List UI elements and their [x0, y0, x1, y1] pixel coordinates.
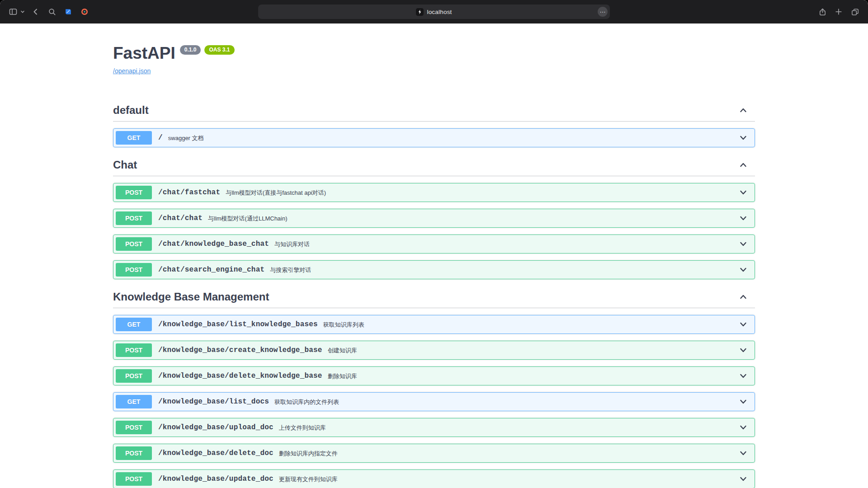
sidebar-toggle-button[interactable] [6, 5, 20, 19]
share-button[interactable] [816, 5, 829, 19]
section-header[interactable]: default [113, 99, 755, 122]
operation-path: /knowledge_base/create_knowledge_base [158, 346, 322, 354]
operation-row[interactable]: GET / swagger 文档 [113, 128, 755, 147]
chevron-up-icon[interactable] [739, 160, 748, 169]
back-button[interactable] [29, 5, 42, 19]
operation-summary[interactable]: POST /chat/chat 与llm模型对话(通过LLMChain) [113, 209, 755, 227]
api-info: FastAPI 0.1.0 OAS 3.1 /openapi.json [113, 44, 755, 75]
chevron-down-icon[interactable] [739, 449, 752, 458]
operation-description: 删除知识库 [328, 372, 357, 380]
operation-row[interactable]: POST /chat/search_engine_chat 与搜索引擎对话 [113, 260, 755, 279]
operation-summary[interactable]: GET /knowledge_base/list_knowledge_bases… [113, 315, 755, 333]
operation-row[interactable]: GET /knowledge_base/list_knowledge_bases… [113, 315, 755, 334]
operation-row[interactable]: POST /knowledge_base/delete_doc 删除知识库内指定… [113, 444, 755, 463]
section-operations: POST /chat/fastchat 与llm模型对话(直接与fastchat… [113, 176, 755, 279]
chevron-down-icon[interactable] [739, 214, 752, 223]
operation-description: 获取知识库内的文件列表 [274, 398, 339, 406]
page-menu-button[interactable]: ⋯ [598, 7, 608, 17]
operation-row[interactable]: POST /chat/chat 与llm模型对话(通过LLMChain) [113, 209, 755, 228]
chevron-down-icon[interactable] [739, 265, 752, 274]
operation-description: 删除知识库内指定文件 [279, 450, 338, 458]
section-title: Chat [113, 159, 137, 171]
chevron-left-icon [31, 7, 40, 16]
operation-path: /knowledge_base/delete_doc [158, 449, 274, 457]
method-badge: POST [116, 263, 152, 277]
method-badge: POST [116, 369, 152, 383]
operation-summary[interactable]: GET / swagger 文档 [113, 129, 755, 147]
operation-summary[interactable]: POST /knowledge_base/delete_knowledge_ba… [113, 367, 755, 385]
tab-overview-button[interactable] [848, 5, 862, 19]
operation-description: swagger 文档 [168, 134, 204, 142]
chevron-down-icon[interactable] [739, 133, 752, 142]
operation-description: 与llm模型对话(直接与fastchat api对话) [226, 189, 326, 197]
chevron-up-icon[interactable] [739, 292, 748, 301]
extension-orange-button[interactable] [78, 5, 91, 19]
chevron-down-icon[interactable] [739, 188, 752, 197]
operation-path: /chat/fastchat [158, 188, 220, 197]
method-badge: POST [116, 211, 152, 225]
operation-row[interactable]: POST /knowledge_base/upload_doc 上传文件到知识库 [113, 418, 755, 437]
operation-summary[interactable]: POST /chat/knowledge_base_chat 与知识库对话 [113, 235, 755, 253]
section-operations: GET /knowledge_base/list_knowledge_bases… [113, 308, 755, 488]
address-bar[interactable]: localhost ⋯ [258, 5, 610, 19]
operation-summary[interactable]: POST /chat/search_engine_chat 与搜索引擎对话 [113, 261, 755, 279]
operation-summary[interactable]: POST /knowledge_base/update_doc 更新现有文件到知… [113, 470, 755, 488]
method-badge: GET [116, 131, 152, 145]
chevron-down-icon[interactable] [739, 474, 752, 483]
method-badge: GET [116, 395, 152, 408]
chevron-up-icon[interactable] [739, 106, 748, 115]
chevron-down-icon[interactable] [739, 346, 752, 355]
chevron-down-icon[interactable] [739, 320, 752, 329]
operation-description: 与搜索引擎对话 [270, 266, 311, 274]
operation-path: /chat/knowledge_base_chat [158, 240, 269, 248]
swagger-page: FastAPI 0.1.0 OAS 3.1 /openapi.json defa… [0, 23, 868, 488]
operation-row[interactable]: POST /knowledge_base/create_knowledge_ba… [113, 341, 755, 360]
chevron-down-icon[interactable] [739, 423, 752, 432]
operation-summary[interactable]: POST /chat/fastchat 与llm模型对话(直接与fastchat… [113, 183, 755, 202]
section-header[interactable]: Knowledge Base Management [113, 286, 755, 308]
operation-summary[interactable]: GET /knowledge_base/list_docs 获取知识库内的文件列… [113, 393, 755, 411]
operation-summary[interactable]: POST /knowledge_base/delete_doc 删除知识库内指定… [113, 444, 755, 462]
api-section: Knowledge Base Management GET /knowledge… [113, 286, 755, 488]
api-title-text: FastAPI [113, 44, 175, 63]
operation-path: /chat/search_engine_chat [158, 266, 264, 274]
section-header[interactable]: Chat [113, 154, 755, 176]
new-tab-button[interactable] [832, 5, 845, 19]
browser-window: localhost ⋯ [0, 0, 868, 488]
method-badge: POST [116, 446, 152, 460]
site-favicon-icon [416, 8, 424, 16]
operation-row[interactable]: GET /knowledge_base/list_docs 获取知识库内的文件列… [113, 392, 755, 411]
operation-description: 创建知识库 [328, 347, 357, 355]
search-button[interactable] [45, 5, 59, 19]
operation-summary[interactable]: POST /knowledge_base/create_knowledge_ba… [113, 341, 755, 359]
operation-row[interactable]: POST /chat/knowledge_base_chat 与知识库对话 [113, 235, 755, 253]
method-badge: GET [116, 318, 152, 331]
operation-path: /knowledge_base/list_knowledge_bases [158, 320, 318, 328]
chevron-down-icon[interactable] [739, 397, 752, 406]
search-icon [48, 8, 57, 16]
content-wrapper: FastAPI 0.1.0 OAS 3.1 /openapi.json defa… [104, 44, 764, 488]
api-section: default GET / swagger 文档 [113, 99, 755, 147]
chevron-down-icon[interactable] [739, 371, 752, 380]
browser-toolbar: localhost ⋯ [0, 0, 868, 23]
operation-row[interactable]: POST /knowledge_base/update_doc 更新现有文件到知… [113, 469, 755, 488]
section-title: default [113, 104, 149, 117]
method-badge: POST [116, 237, 152, 251]
chevron-down-icon[interactable] [739, 239, 752, 249]
operation-row[interactable]: POST /knowledge_base/delete_knowledge_ba… [113, 366, 755, 385]
version-badge: 0.1.0 [180, 45, 201, 55]
method-badge: POST [116, 343, 152, 357]
operation-summary[interactable]: POST /knowledge_base/upload_doc 上传文件到知识库 [113, 418, 755, 436]
extension-blue-button[interactable] [61, 5, 75, 19]
sidebar-menu-chevron-button[interactable] [19, 5, 26, 19]
section-title: Knowledge Base Management [113, 291, 269, 303]
operation-description: 与llm模型对话(通过LLMChain) [208, 215, 288, 223]
operation-row[interactable]: POST /chat/fastchat 与llm模型对话(直接与fastchat… [113, 183, 755, 202]
ellipsis-icon: ⋯ [600, 9, 606, 15]
operation-path: /knowledge_base/list_docs [158, 398, 269, 406]
version-badges: 0.1.0 OAS 3.1 [180, 45, 235, 55]
openapi-json-link[interactable]: /openapi.json [113, 67, 151, 75]
api-sections: default GET / swagger 文档 Chat [113, 99, 755, 488]
tabs-icon [851, 8, 859, 16]
section-operations: GET / swagger 文档 [113, 122, 755, 147]
